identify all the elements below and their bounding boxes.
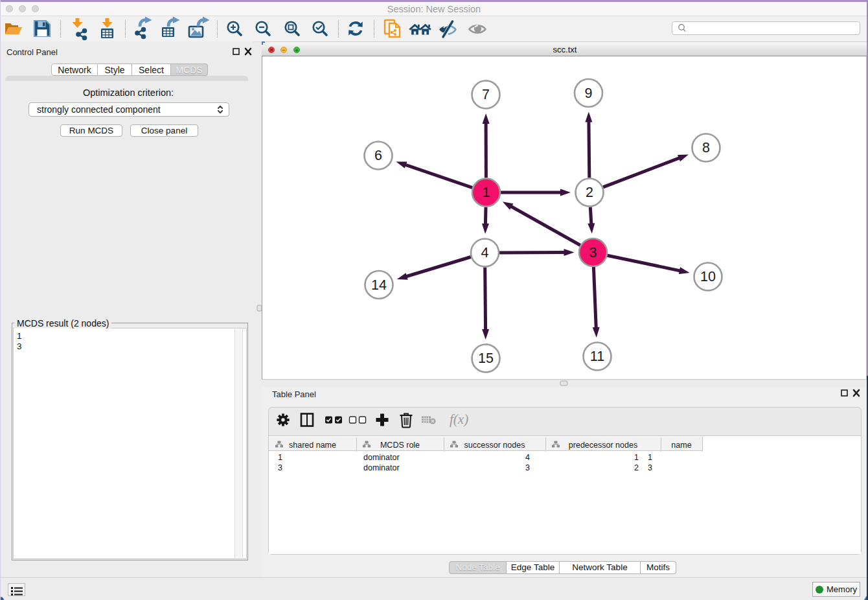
svg-text:15: 15 xyxy=(478,351,494,366)
svg-text:10: 10 xyxy=(700,269,716,284)
svg-text:4: 4 xyxy=(481,245,489,260)
svg-text:6: 6 xyxy=(374,148,382,163)
svg-text:f(x): f(x) xyxy=(450,411,468,427)
svg-text:8: 8 xyxy=(702,140,710,156)
svg-text:9: 9 xyxy=(585,86,593,101)
svg-text:7: 7 xyxy=(482,87,490,102)
svg-text:11: 11 xyxy=(590,349,604,364)
svg-text:1: 1 xyxy=(483,185,490,200)
svg-text:14: 14 xyxy=(371,277,387,293)
svg-text:2: 2 xyxy=(586,185,593,200)
svg-text:3: 3 xyxy=(589,245,597,260)
